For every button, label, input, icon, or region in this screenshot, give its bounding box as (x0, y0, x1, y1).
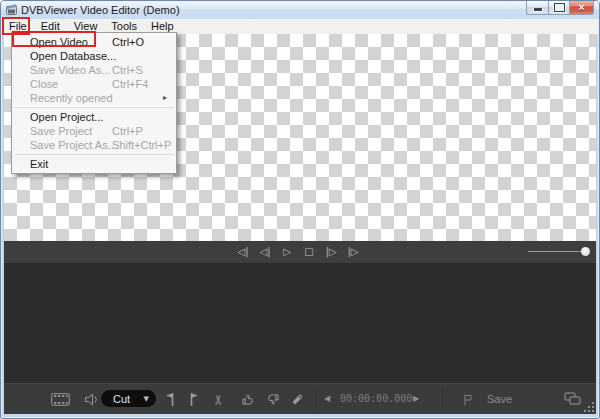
chevron-down-icon: ▼ (144, 395, 149, 403)
close-button[interactable]: × (570, 1, 594, 15)
menu-separator (14, 107, 174, 108)
cut-scissors-icon[interactable]: ✂ (211, 394, 226, 405)
resize-grip[interactable] (584, 402, 594, 412)
thumbs-down-icon[interactable] (266, 393, 280, 406)
maximize-icon (554, 3, 565, 12)
transport-bar: ◁| ◁| ▷ □ |▷ |▷ (4, 241, 596, 264)
menu-item-open-database[interactable]: Open Database... (12, 49, 176, 63)
play-icon[interactable]: ▷ (281, 241, 293, 263)
close-icon: × (578, 2, 584, 13)
toolbar-separator (442, 388, 443, 410)
window-title: DVBViewer Video Editor (Demo) (21, 4, 180, 16)
save-button[interactable]: Save (487, 393, 512, 405)
minimize-button[interactable] (526, 1, 548, 15)
filmstrip-icon[interactable] (51, 393, 70, 406)
file-menu-popup: Open Video.. Ctrl+O Open Database... Sav… (11, 32, 177, 174)
app-icon (6, 4, 17, 15)
minimize-icon (533, 8, 543, 12)
transport-buttons: ◁| ◁| ▷ □ |▷ |▷ (237, 241, 359, 263)
timecode-next-icon[interactable]: ▶ (413, 394, 419, 403)
bottom-toolbar: Cut ▼ ✂ ◀ 00:00:00.000 ▶ (4, 383, 596, 414)
jump-start-icon[interactable]: ◁| (237, 241, 249, 263)
timeline-area[interactable] (4, 264, 596, 383)
menu-item-exit[interactable]: Exit (12, 157, 176, 171)
menu-item-save-project[interactable]: Save Project Ctrl+P (12, 124, 176, 138)
export-tag-icon[interactable] (291, 393, 304, 406)
edit-mode-dropdown[interactable]: Cut ▼ (101, 390, 156, 407)
slider-thumb[interactable] (581, 247, 590, 256)
edit-mode-value: Cut (113, 393, 144, 405)
speaker-icon[interactable] (84, 393, 99, 406)
titlebar[interactable]: DVBViewer Video Editor (Demo) × (1, 1, 599, 19)
stop-icon[interactable]: □ (303, 241, 315, 263)
menu-item-open-project[interactable]: Open Project... (12, 110, 176, 124)
save-flag-icon (463, 393, 473, 406)
window-controls: × (526, 1, 594, 15)
menu-item-open-video[interactable]: Open Video.. Ctrl+O (12, 35, 176, 49)
timecode-display: 00:00:00.000 (340, 389, 408, 408)
thumbs-up-icon[interactable] (241, 393, 255, 406)
menu-separator (14, 154, 174, 155)
set-start-flag-icon[interactable] (164, 392, 175, 407)
set-end-flag-icon[interactable] (189, 392, 200, 407)
submenu-arrow-icon: ▸ (163, 91, 167, 105)
step-forward-icon[interactable]: |▷ (325, 241, 337, 263)
app-window: DVBViewer Video Editor (Demo) × File Edi… (0, 0, 600, 419)
toolbar-separator (315, 388, 316, 410)
timecode-prev-icon[interactable]: ◀ (324, 394, 330, 403)
detach-window-icon[interactable] (564, 392, 581, 405)
menu-item-save-project-as[interactable]: Save Project As.. Shift+Ctrl+P (12, 138, 176, 152)
menu-item-close[interactable]: Close Ctrl+F4 (12, 77, 176, 91)
step-back-icon[interactable]: ◁| (259, 241, 271, 263)
menu-item-save-video-as[interactable]: Save Video As... Ctrl+S (12, 63, 176, 77)
menu-item-recently-opened[interactable]: Recently opened ▸ (12, 91, 176, 105)
zoom-slider[interactable] (528, 241, 594, 263)
maximize-button[interactable] (548, 1, 570, 15)
jump-end-icon[interactable]: |▷ (347, 241, 359, 263)
